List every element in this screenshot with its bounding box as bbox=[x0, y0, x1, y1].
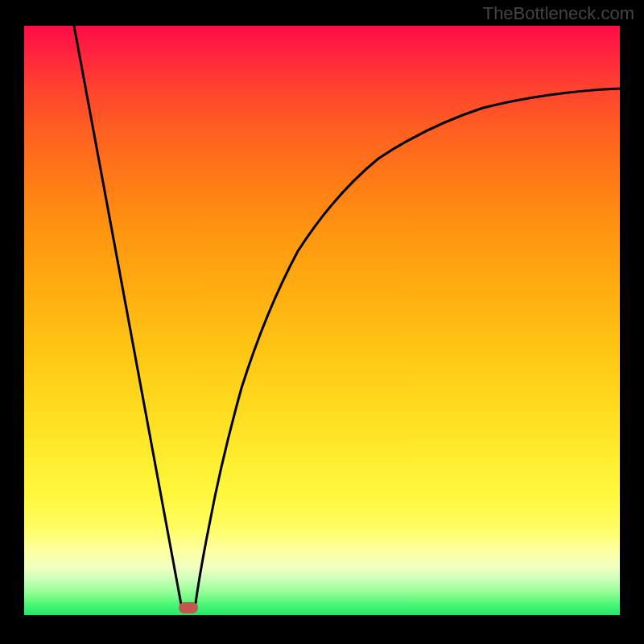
chart-curves bbox=[24, 26, 620, 615]
bottleneck-marker bbox=[179, 602, 198, 613]
chart-container: TheBottleneck.com bbox=[0, 0, 644, 644]
right-curve-path bbox=[195, 89, 620, 609]
watermark-text: TheBottleneck.com bbox=[483, 3, 634, 24]
left-line-path bbox=[74, 26, 182, 609]
